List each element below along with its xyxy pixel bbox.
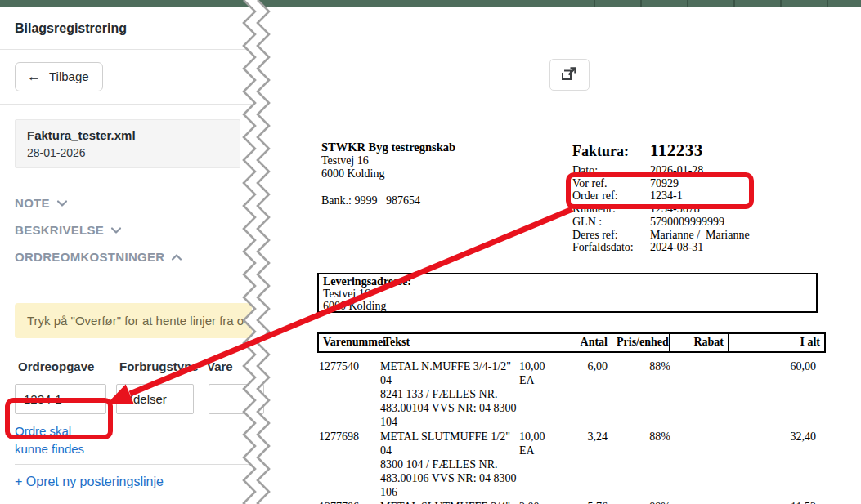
header-i-alt: I alt [729, 334, 824, 351]
forbrugstype-input[interactable] [116, 384, 194, 414]
detail-value: 1234-5678 [650, 203, 769, 216]
section-ordreomkostninger[interactable]: ORDREOMKOSTNINGER [15, 243, 240, 270]
divider [15, 464, 255, 465]
detail-label: Dato: [572, 164, 650, 177]
transfer-hint-alert: Tryk på "Overfør" for at hente linjer fr… [15, 303, 252, 338]
cell-pris: 3,24 [556, 430, 609, 499]
open-in-new-window-icon [562, 66, 577, 84]
cell-pris: 6,00 [556, 359, 609, 429]
detail-label: GLN : [572, 216, 650, 229]
cell-pris: 5,76 [556, 500, 609, 504]
cell-ialt: 11,52 [672, 500, 818, 504]
delivery-title: Leveringsadresse: [323, 275, 812, 288]
detail-value: 2026-01-28 [650, 164, 769, 177]
cell-tekst: METAL SLUTMUFFE 1/2" 04 8300 104 / FÆLLE… [380, 430, 519, 499]
section-note-label: NOTE [15, 196, 50, 210]
cell-rabat: 88% [609, 500, 672, 504]
cell-ialt: 60,00 [672, 359, 818, 429]
cell-ialt: 32,40 [672, 430, 818, 499]
ordreopgave-input[interactable] [15, 384, 106, 414]
column-header-forbrugstype: Forbrugstype [119, 359, 207, 373]
section-ordreomkostninger-label: ORDREOMKOSTNINGER [15, 250, 164, 264]
detail-label: Kundenr: [572, 203, 650, 216]
header-tekst: Tekst [379, 334, 558, 351]
detail-label: Forfaldsdato: [572, 241, 650, 254]
delivery-line-2: 6000 Kolding [323, 300, 812, 312]
detail-label: Deres ref: [572, 229, 650, 242]
detail-label-order-ref: Order ref: [572, 190, 650, 203]
back-arrow-icon: ← [27, 69, 41, 83]
invoice-label: Faktura: [572, 143, 650, 160]
open-external-button[interactable] [549, 59, 590, 91]
chevron-down-icon [110, 225, 122, 236]
table-row: 1277540 METAL N.MUFFE 3/4-1/2" 04 8241 1… [317, 359, 818, 429]
bilagsregistrering-screen: Bilagsregistrering ← Tilbage Faktura_tes… [0, 0, 861, 504]
cell-antal: 10,00 EA [519, 430, 556, 499]
delivery-line-1: Testvej 16 [323, 288, 812, 300]
section-note[interactable]: NOTE [15, 190, 240, 216]
back-button-label: Tilbage [49, 69, 89, 83]
chevron-down-icon [56, 198, 68, 209]
cell-antal: 2,00 EA [519, 500, 556, 504]
header-rabat: Rabat [670, 334, 729, 351]
invoice-details: Dato:2026-01-28 Vor ref.70929 Order ref:… [572, 164, 769, 254]
cell-rabat: 88% [609, 430, 672, 499]
column-header-ordreopgave: Ordreopgave [18, 359, 119, 373]
document-date: 28-01-2026 [27, 146, 228, 159]
section-beskrivelse[interactable]: BESKRIVELSE [15, 216, 240, 243]
divider [0, 104, 255, 105]
invoice-supplier-block: STWKR Byg testregnskab Testvej 16 6000 K… [321, 140, 455, 181]
supplier-name: STWKR Byg testregnskab [321, 140, 455, 154]
cell-varenummer: 1277540 [317, 359, 380, 429]
vare-input[interactable] [209, 384, 264, 414]
page-title: Bilagsregistrering [0, 7, 255, 49]
cell-tekst: METAL N.MUFFE 3/4-1/2" 04 8241 133 / FÆL… [380, 359, 519, 429]
header-antal: Antal [558, 334, 612, 351]
top-bar-column-dividers [549, 0, 861, 7]
items-table-body: 1277540 METAL N.MUFFE 3/4-1/2" 04 8241 1… [317, 359, 818, 504]
detail-label: Vor ref. [572, 177, 650, 190]
items-table-header: Varenummer Tekst Antal Pris/enhed Rabat … [317, 332, 826, 353]
add-posting-line-link[interactable]: + Opret ny posteringslinje [15, 475, 164, 489]
document-filename: Faktura_tester.xml [27, 128, 228, 142]
cell-varenummer: 1277698 [317, 430, 380, 499]
supplier-address-1: Testvej 16 [321, 154, 455, 168]
header-varenummer: Varenummer [319, 334, 379, 351]
cell-antal: 10,00 EA [519, 359, 556, 429]
invoice-number: 112233 [650, 140, 703, 161]
column-header-vare: Vare [207, 359, 233, 373]
supplier-bank: Bank.: 9999 987654 [321, 194, 420, 207]
supplier-address-2: 6000 Kolding [321, 167, 455, 181]
ordre-validation-message: Ordre skal kunne findes [15, 422, 106, 458]
header-pris-enhed: Pris/enhed [612, 334, 670, 351]
table-row: 1277706 METAL SLUTMUFFE 3/4" 04 8300 106… [317, 500, 818, 504]
chevron-up-icon [171, 252, 182, 263]
cell-tekst: METAL SLUTMUFFE 3/4" 04 8300 106 / FÆLLE… [380, 500, 519, 504]
section-beskrivelse-label: BESKRIVELSE [15, 223, 104, 237]
top-window-bar [0, 0, 861, 7]
document-card[interactable]: Faktura_tester.xml 28-01-2026 [15, 119, 240, 168]
detail-value-order-ref: 1234-1 [650, 190, 769, 203]
invoice-header-block: Faktura: 112233 Dato:2026-01-28 Vor ref.… [572, 140, 769, 254]
cell-varenummer: 1277706 [317, 500, 380, 504]
detail-value: 2024-08-31 [650, 241, 769, 254]
cell-rabat: 88% [609, 359, 672, 429]
delivery-address-box: Leveringsadresse: Testvej 16 6000 Koldin… [317, 273, 818, 313]
back-button[interactable]: ← Tilbage [15, 62, 103, 91]
detail-value: 5790009999999 [650, 216, 769, 229]
detail-value: 70929 [650, 177, 769, 190]
registration-panel: Bilagsregistrering ← Tilbage Faktura_tes… [0, 7, 255, 504]
table-row: 1277698 METAL SLUTMUFFE 1/2" 04 8300 104… [317, 430, 818, 499]
detail-value: Marianne / Marianne [650, 229, 769, 242]
